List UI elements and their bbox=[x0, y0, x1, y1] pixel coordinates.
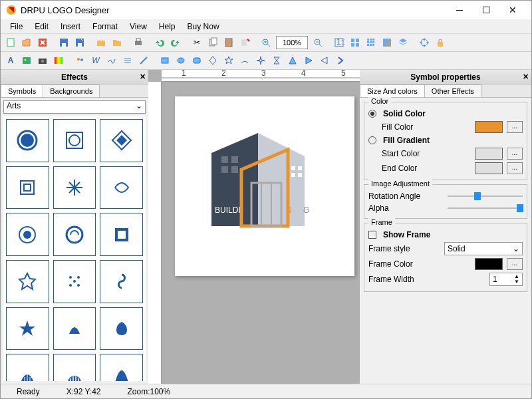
layers-icon[interactable] bbox=[396, 35, 410, 50]
tab-other-effects[interactable]: Other Effects bbox=[424, 84, 481, 97]
zoom-input[interactable]: 100% bbox=[276, 36, 308, 49]
grid-9-icon[interactable] bbox=[364, 35, 378, 50]
symbol-item[interactable] bbox=[53, 260, 96, 303]
solid-color-radio[interactable] bbox=[368, 110, 376, 118]
symbol-item[interactable] bbox=[6, 260, 49, 303]
tab-backgrounds[interactable]: Backgrounds bbox=[43, 84, 100, 97]
symbol-item[interactable] bbox=[53, 166, 96, 209]
menu-insert[interactable]: Insert bbox=[55, 21, 86, 33]
hourglass-icon[interactable] bbox=[269, 53, 284, 68]
zoom-out-icon[interactable] bbox=[311, 35, 325, 50]
image-tool-icon[interactable] bbox=[19, 53, 34, 68]
undo-icon[interactable] bbox=[152, 35, 167, 50]
effects-close-icon[interactable]: ✕ bbox=[140, 72, 146, 81]
print-icon[interactable] bbox=[131, 35, 146, 50]
line-tool-icon[interactable] bbox=[136, 53, 151, 68]
delete-icon[interactable] bbox=[237, 35, 252, 50]
symbol-item[interactable] bbox=[53, 213, 96, 256]
grid-4-icon[interactable] bbox=[348, 35, 362, 50]
triangle-right-icon[interactable] bbox=[301, 53, 316, 68]
paste-icon[interactable] bbox=[221, 35, 236, 50]
ellipse-icon[interactable] bbox=[174, 53, 188, 68]
menu-buy-now[interactable]: Buy Now bbox=[182, 21, 225, 33]
text-tool-icon[interactable]: A bbox=[3, 53, 18, 68]
tab-symbols[interactable]: Symbols bbox=[1, 84, 43, 97]
symbol-item[interactable] bbox=[100, 213, 143, 256]
frame-style-select[interactable]: Solid⌄ bbox=[444, 242, 523, 255]
target-icon[interactable] bbox=[417, 35, 432, 50]
users-icon[interactable] bbox=[72, 53, 87, 68]
diamond-icon[interactable] bbox=[205, 53, 220, 68]
frame-width-spinner[interactable]: 1▲▼ bbox=[489, 273, 523, 286]
symbol-item[interactable] bbox=[6, 166, 49, 209]
properties-close-icon[interactable]: ✕ bbox=[523, 72, 529, 81]
zoom-in-icon[interactable] bbox=[259, 35, 273, 50]
svg-rect-63 bbox=[231, 156, 238, 163]
zoom-fit-icon[interactable]: 1:1 bbox=[332, 35, 346, 50]
symbol-item[interactable] bbox=[100, 119, 143, 162]
folder-open-icon[interactable] bbox=[94, 35, 108, 50]
star-icon[interactable] bbox=[221, 53, 236, 68]
open-icon[interactable] bbox=[19, 35, 34, 50]
menu-help[interactable]: Help bbox=[154, 21, 181, 33]
lines-icon[interactable] bbox=[120, 53, 135, 68]
symbol-item[interactable] bbox=[6, 354, 49, 381]
symbol-item[interactable] bbox=[100, 166, 143, 209]
end-color-picker-button[interactable]: ... bbox=[507, 162, 523, 174]
triangle-up-icon[interactable] bbox=[285, 53, 300, 68]
category-select[interactable]: Arts ⌄ bbox=[3, 100, 146, 114]
signature-icon[interactable] bbox=[104, 53, 119, 68]
symbol-item[interactable] bbox=[6, 213, 49, 256]
star4-icon[interactable] bbox=[253, 53, 268, 68]
symbols-grid bbox=[3, 116, 146, 381]
frame-color-swatch[interactable] bbox=[475, 258, 503, 270]
rounded-rect-icon[interactable] bbox=[190, 53, 204, 68]
symbol-item[interactable] bbox=[100, 307, 143, 350]
camera-icon[interactable] bbox=[35, 53, 50, 68]
arc-icon[interactable] bbox=[237, 53, 252, 68]
tab-size-colors[interactable]: Size And colors bbox=[360, 84, 425, 97]
chevron-right-icon[interactable] bbox=[333, 53, 348, 68]
frame-color-picker-button[interactable]: ... bbox=[507, 258, 523, 270]
symbol-item[interactable] bbox=[53, 307, 96, 350]
logo-graphic[interactable]: BUILDI N G bbox=[185, 120, 344, 253]
end-color-swatch[interactable] bbox=[475, 162, 503, 174]
rectangle-icon[interactable] bbox=[158, 53, 172, 68]
edit-colors-icon[interactable] bbox=[380, 35, 394, 50]
show-frame-checkbox[interactable] bbox=[368, 231, 376, 239]
menu-view[interactable]: View bbox=[124, 21, 152, 33]
rotation-slider[interactable] bbox=[448, 192, 523, 201]
maximize-button[interactable]: ☐ bbox=[473, 1, 499, 19]
gradient-radio[interactable] bbox=[368, 136, 376, 144]
redo-icon[interactable] bbox=[168, 35, 183, 50]
folder-icon[interactable] bbox=[110, 35, 124, 50]
close-button[interactable]: ✕ bbox=[499, 1, 526, 19]
cut-icon[interactable]: ✂ bbox=[190, 35, 204, 50]
start-color-picker-button[interactable]: ... bbox=[507, 148, 523, 160]
close-file-icon[interactable] bbox=[35, 35, 50, 50]
alpha-slider[interactable] bbox=[448, 203, 523, 213]
svg-text:N: N bbox=[286, 205, 292, 215]
fill-color-picker-button[interactable]: ... bbox=[507, 121, 523, 133]
symbol-item[interactable] bbox=[6, 307, 49, 350]
symbol-item[interactable] bbox=[100, 260, 143, 303]
triangle-left-icon[interactable] bbox=[317, 53, 332, 68]
symbol-item[interactable] bbox=[53, 354, 96, 381]
menu-file[interactable]: File bbox=[5, 21, 28, 33]
new-icon[interactable] bbox=[3, 35, 18, 50]
gradient-icon[interactable] bbox=[51, 53, 66, 68]
symbol-item[interactable] bbox=[6, 119, 49, 162]
symbol-item[interactable] bbox=[100, 354, 143, 381]
save-icon[interactable] bbox=[57, 35, 71, 50]
fill-color-swatch[interactable] bbox=[475, 121, 503, 133]
minimize-button[interactable]: ─ bbox=[446, 1, 473, 19]
copy-icon[interactable] bbox=[205, 35, 220, 50]
start-color-swatch[interactable] bbox=[475, 148, 503, 160]
symbol-item[interactable] bbox=[53, 119, 96, 162]
save-as-icon[interactable] bbox=[72, 35, 87, 50]
wordart-icon[interactable]: W bbox=[88, 53, 103, 68]
menu-edit[interactable]: Edit bbox=[29, 21, 54, 33]
lock-icon[interactable] bbox=[433, 35, 448, 50]
menu-format[interactable]: Format bbox=[87, 21, 123, 33]
design-canvas[interactable]: BUILDI N G bbox=[175, 96, 354, 276]
